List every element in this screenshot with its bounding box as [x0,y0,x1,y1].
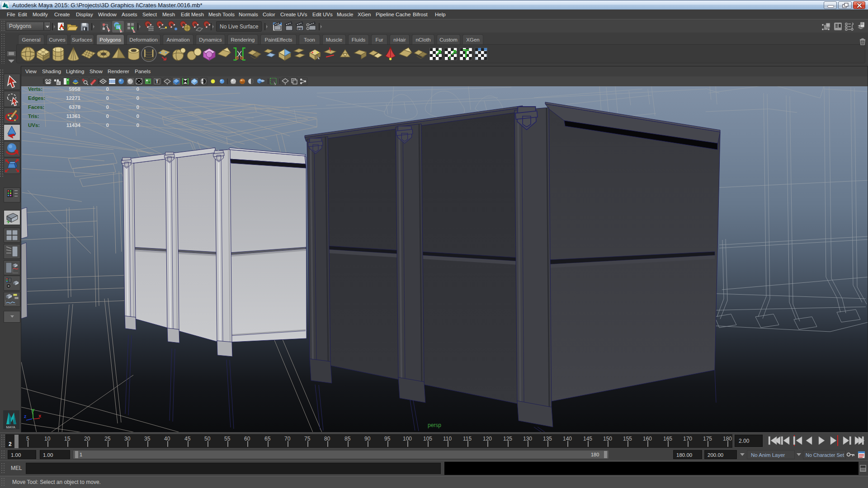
svg-text:0: 0 [137,113,139,119]
svg-text:0: 0 [106,104,109,110]
svg-text:12271: 12271 [66,95,81,101]
svg-text:T: T [156,79,159,84]
svg-text:0: 0 [106,95,109,101]
svg-text:Verts:: Verts: [28,86,42,92]
svg-text:z: z [24,413,27,419]
svg-text:6378: 6378 [69,104,80,110]
svg-text:UVs:: UVs: [28,122,40,128]
svg-text:0: 0 [106,122,109,128]
svg-text:MAYA: MAYA [6,425,15,429]
svg-text:Tris:: Tris: [28,113,39,119]
svg-text:0: 0 [137,122,139,128]
svg-text:0: 0 [137,104,139,110]
svg-text:persp: persp [428,422,441,428]
svg-text:11361: 11361 [66,113,81,119]
svg-text:y: y [32,407,35,413]
svg-text:11434: 11434 [66,122,81,128]
svg-text:Edges:: Edges: [28,95,45,101]
svg-text:0: 0 [137,95,139,101]
svg-text:Faces:: Faces: [28,104,44,110]
svg-text:x: x [38,413,42,418]
svg-text:0: 0 [137,86,139,92]
svg-text:0: 0 [106,113,109,119]
svg-text:0: 0 [106,86,109,92]
svg-text:IPR: IPR [297,27,302,30]
svg-text:5958: 5958 [69,86,80,92]
